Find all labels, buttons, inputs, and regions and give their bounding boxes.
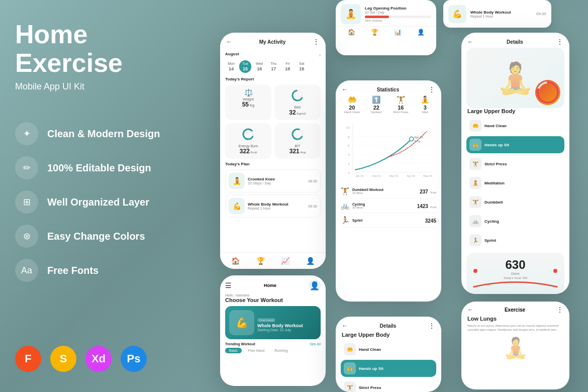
stats-row: 🤲 20 Hand Clean ⬆️ 22 Updown 🏋️ 16 Stric… [336,95,441,114]
dumbbell-icon: 🏋️ [341,187,349,195]
nav-trophy-icon[interactable]: 🏆 [256,257,265,265]
calendar-row: Mon14 Tue15 Wed16 Thu17 Fri18 Sat19 [225,60,321,73]
cycling-icon: 🚲 [341,202,349,210]
details-menu-icon[interactable]: ⋮ [556,38,563,46]
details-back-icon[interactable]: ← [467,38,473,45]
leg-opening-progress-fill [365,16,389,18]
month-label: August [225,52,239,56]
details-bottom-back-icon[interactable]: ← [342,322,348,329]
workout-sprint[interactable]: 🏃 Sprint 3245 [341,213,436,228]
exercise-dumbbell[interactable]: 🏋️ Dumbbell [466,193,564,211]
trending-label: Trending Workout [225,342,255,346]
exercise-description: Mauris ut orci purus. Maecenas quis nisl… [461,324,569,332]
screen-activity: ← My Activity ⋮ August › Mon14 Tue15 Wed… [220,33,326,269]
workout-featured-card[interactable]: 💪 Free Hand Whole Body Workout Starting … [225,306,321,339]
bmi-value: 32 Kg/m2 [278,109,317,116]
nav-stats[interactable]: 📊 [394,29,402,36]
athlete-silhouette: 🧘 [497,60,534,96]
stats-menu-icon[interactable]: ⋮ [428,85,435,93]
details-bottom-strict-press[interactable]: 🏋️ Strict Press [341,379,436,392]
weight-icon: ⚖️ [229,88,267,96]
filter-tabs: Basic Free Hand Running [220,348,326,353]
plan-crooked-knee-sub: 20 Steps / Day [248,181,305,185]
activity-bottom-nav: 🏠 🏆 📈 👤 [220,252,326,269]
calendar-section: August › Mon14 Tue15 Wed16 Thu17 Fri18 S… [225,52,321,73]
report-title: Today's Report [225,77,321,81]
weight-card: ⚖️ Weight 55 Kg [225,84,271,120]
hamburger-icon[interactable]: ☰ [225,281,232,289]
screen-choose-workout: ☰ Home 👤 Hello, Valentino Choose Your Wo… [220,275,326,386]
gauge-value: 630 [504,258,528,272]
exercise-strict-press[interactable]: 🏋️ Strict Press [466,155,564,172]
screen-leg-opening: 🧘 Leg Opening Position 10 Set / Day 36% … [336,0,436,55]
cal-day-mon[interactable]: Mon14 [225,60,237,73]
cal-day-tue[interactable]: Tue15 [239,60,251,73]
dumbbell-name: Dumbbell [484,200,561,205]
nav-home-icon[interactable]: 🏠 [231,257,240,265]
exercise-meditation[interactable]: 🧘 Meditation [466,174,564,191]
see-all-link[interactable]: See All [310,342,321,346]
details-bottom-hands-up-name: Hands up Sit [359,366,433,371]
cal-day-fri[interactable]: Fri18 [281,60,293,73]
sprint-icon: 🏃 [341,216,349,224]
whole-body-info: Whole Body Workout Repeat 1 Hour [470,10,532,18]
plan-crooked-knee[interactable]: 🧘 Crooked Knee 20 Steps / Day 08:30 [225,169,321,192]
details-title: Details [473,39,556,45]
feature-organized: ⊞ Well Organized Layer [15,190,196,214]
details-bottom-hand-clean[interactable]: 🤲 Hand Clean [341,341,436,358]
filter-basic[interactable]: Basic [225,348,242,353]
details-bottom-hand-clean-icon: 🤲 [344,343,356,355]
filter-free-hand[interactable]: Free Hand [244,348,268,353]
plan-crooked-knee-time: 08:30 [308,179,317,183]
workout-list: 🏋️ Dumbbell Workout 10 Mins 237 Kcal 🚲 C… [336,182,441,230]
exercise-hand-clean[interactable]: 🤲 Hand Clean [466,117,564,134]
exercise-athlete: 🧘 [503,336,528,360]
exercise-cycling[interactable]: 🚲 Cycling [466,213,564,230]
nav-person[interactable]: 👤 [417,29,425,36]
ps-icon: Ps [121,346,147,372]
whole-body-thumb: 💪 [448,5,466,23]
gauge-area: 630 Done Today's Goal: 450 [466,253,564,294]
stats-back-icon[interactable]: ← [342,86,348,93]
nav-stats-icon[interactable]: 📈 [281,257,289,265]
leg-opening-progress-label: 36% Undone [365,19,431,22]
workout-dumbbell[interactable]: 🏋️ Dumbbell Workout 10 Mins 237 Kcal [341,184,436,199]
month-arrow[interactable]: › [319,53,321,58]
exercise-sprint[interactable]: 🏃 Sprint [466,232,564,249]
filter-running[interactable]: Running [270,348,291,353]
svg-text:6: 6 [348,144,350,147]
plan-section: Today's Plan 🧘 Crooked Knee 20 Steps / D… [225,162,321,218]
activity-back-icon[interactable]: ← [226,38,232,45]
screen-details-top: ← Details ⋮ 🧘 Large Upper Body 🤲 Hand Cl… [461,33,569,294]
details-bottom-hands-up[interactable]: 🙌 Hands up Sit [341,360,436,377]
workout-cycling[interactable]: 🚲 Cycling 30 Mins 1423 Kcal [341,199,436,213]
workout-card-name: Whole Body Workout [257,323,303,328]
nav-profile-icon[interactable]: 👤 [306,257,315,265]
cal-day-wed[interactable]: Wed16 [253,60,265,73]
avatar[interactable]: 👤 [309,279,321,291]
cal-day-thu[interactable]: Thu17 [267,60,279,73]
screen-details-bottom: ← Details ⋮ Large Upper Body 🤲 Hand Clea… [336,317,441,392]
strict-press-icon: 🏋️ [469,158,481,170]
nav-trophy[interactable]: 🏆 [371,29,378,36]
stat-med: 🧘 3 Med [414,95,437,114]
top-a-nav: 🏠 🏆 📊 👤 [336,26,436,38]
exercise-screen-back-icon[interactable]: ← [467,306,473,313]
cal-day-sat[interactable]: Sat19 [296,60,308,73]
activity-menu-icon[interactable]: ⋮ [313,38,320,46]
exercise-screen-menu-icon[interactable]: ⋮ [556,306,563,314]
details-bottom-menu-icon[interactable]: ⋮ [428,322,435,330]
exercise-hands-up-sit[interactable]: 🙌 Hands up Sit [466,136,564,153]
nav-home[interactable]: 🏠 [348,29,355,36]
main-title: Home Exercise [15,20,196,77]
whole-body-title: Whole Body Workout [470,10,532,15]
trending-header: Trending Workout See All [220,339,326,348]
details-header: ← Details ⋮ [461,33,569,48]
bmi-card: BMI 32 Kg/m2 [274,84,321,120]
gauge-arc-svg [471,279,559,289]
plan-whole-body[interactable]: 💪 Whole Body Workout Repeat 1 Hour 09:30 [225,194,321,218]
leg-opening-info: Leg Opening Position 10 Set / Day 36% Un… [365,6,431,22]
energy-ring-svg [241,127,255,141]
workout-card-img: 💪 [229,310,254,335]
stat-strict-press: 🏋️ 16 Strict Press [389,95,412,114]
